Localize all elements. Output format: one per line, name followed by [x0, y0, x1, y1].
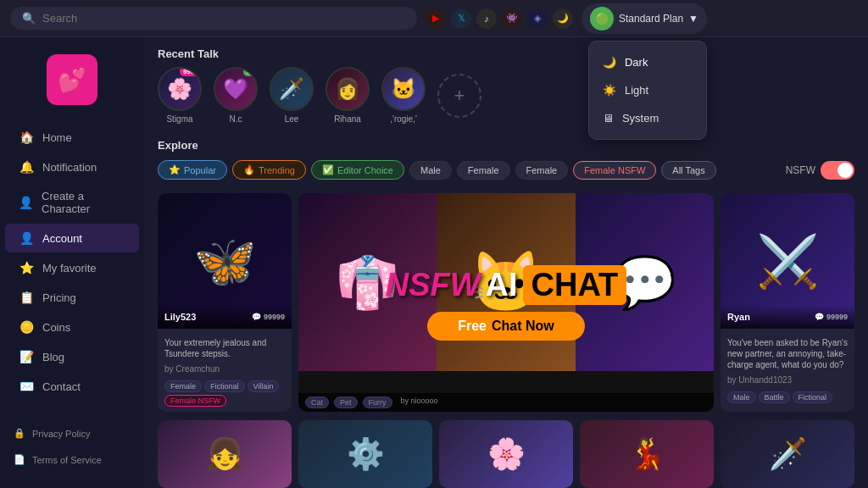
blog-icon: 📝: [19, 350, 34, 363]
header-right: 🟢 Standard Plan ▼ 🌙 Dark ☀️ Light 🖥 Syst…: [581, 3, 707, 34]
plan-chevron-icon: ▼: [688, 13, 698, 25]
avatar-rihana-name: Rihana: [334, 114, 361, 124]
plan-avatar: 🟢: [590, 7, 614, 30]
moon-icon[interactable]: 🌙: [553, 8, 573, 29]
filter-editor[interactable]: ✅ Editor Choice: [311, 160, 404, 180]
nsfw-text: NSFW: [386, 267, 481, 303]
card-lily523-image: 🦋 Lily523 💬 99999: [158, 193, 292, 329]
avatar-lee-img: 🗡️: [270, 67, 314, 111]
popular-label: Popular: [184, 165, 216, 175]
nsfw-toggle-switch[interactable]: [821, 161, 854, 180]
privacy-label: Privacy Policy: [32, 429, 90, 439]
filter-popular[interactable]: ⭐ Popular: [158, 160, 227, 180]
card-lily523-count: 💬 99999: [252, 313, 285, 321]
recent-talk-list: 🌸 999+ Stigma 💜 12 N.c 🗡️ Lee: [144, 67, 868, 132]
card-ryan[interactable]: ⚔️ Ryan 💬 99999 You've been asked to be …: [721, 193, 854, 412]
nsfw-toggle-label: NSFW: [786, 164, 815, 176]
sidebar-item-blog[interactable]: 📝 Blog: [5, 342, 139, 371]
create-icon: 👤: [19, 196, 33, 209]
free-text: Free: [458, 319, 487, 334]
top-header: 🔍 ▶ 𝕏 ♪ 👾 ◈ 🌙 🟢 Standard Plan ▼ 🌙 Dark ☀…: [0, 0, 868, 37]
trending-icon: 🔥: [243, 164, 255, 175]
tiktok-icon[interactable]: ♪: [476, 8, 497, 29]
card-lily523-tags: Female Fictional Villain Female NSFW: [158, 377, 292, 412]
filter-male[interactable]: Male: [409, 161, 452, 180]
filter-female2[interactable]: Female: [515, 161, 569, 180]
filter-female1[interactable]: Female: [457, 161, 510, 180]
theme-light-option[interactable]: ☀️ Light: [589, 76, 706, 104]
avatar-stigma[interactable]: 🌸 999+ Stigma: [158, 67, 202, 124]
avatar-lee[interactable]: 🗡️ Lee: [270, 67, 314, 124]
card-lily523-desc: Your extremely jealous and Tsundere step…: [158, 332, 292, 364]
card-b5[interactable]: 🗡️: [721, 420, 854, 488]
card-lily523[interactable]: 🦋 Lily523 💬 99999 Your extremely jealous…: [158, 193, 292, 412]
filter-trending[interactable]: 🔥 Trending: [232, 160, 306, 180]
card-b3[interactable]: 🌸: [439, 420, 573, 488]
app-logo: 💕: [47, 54, 97, 105]
add-icon: +: [454, 85, 465, 107]
banner-tag-cat: Cat: [305, 396, 329, 408]
discord-icon[interactable]: ◈: [527, 8, 548, 29]
card-b2[interactable]: ⚙️: [298, 420, 432, 488]
toggle-knob: [837, 163, 853, 178]
avatar-rogie-name: ,'rogie,': [390, 114, 417, 124]
free-chat-button[interactable]: Free Chat Now: [427, 312, 585, 341]
sidebar-item-coins[interactable]: 🪙 Coins: [5, 313, 139, 341]
trending-label: Trending: [259, 165, 295, 175]
filter-female-nsfw[interactable]: Female NSFW: [573, 161, 656, 180]
avatar-rihana[interactable]: 👩 Rihana: [326, 67, 370, 124]
create-label: Create a Character: [42, 190, 125, 215]
sidebar-item-create[interactable]: 👤 Create a Character: [5, 182, 139, 223]
avatar-rogie[interactable]: 🐱 ,'rogie,': [381, 67, 426, 124]
filter-all-tags[interactable]: All Tags: [661, 161, 715, 180]
search-bar[interactable]: 🔍: [10, 7, 417, 30]
cards-grid-bottom: 👧 ⚙️ 🌸 💃 🗡️: [144, 419, 868, 488]
sidebar-item-contact[interactable]: ✉️ Contact: [5, 372, 139, 401]
avatar-rogie-img: 🐱: [381, 67, 426, 111]
female-nsfw-label: Female NSFW: [584, 165, 645, 175]
avatar-stigma-name: Stigma: [166, 114, 192, 124]
avatar-lee-name: Lee: [285, 114, 299, 124]
chat-text: CHAT: [523, 265, 627, 305]
logo-area: 💕: [0, 46, 144, 114]
youtube-icon[interactable]: ▶: [426, 8, 446, 29]
sidebar-item-home[interactable]: 🏠 Home: [5, 123, 139, 152]
recent-talk-header: Recent Talk: [144, 37, 868, 67]
system-label: System: [622, 112, 659, 125]
privacy-link[interactable]: 🔒 Privacy Policy: [5, 422, 139, 445]
reddit-icon[interactable]: 👾: [502, 8, 522, 29]
sidebar-item-account[interactable]: 👤 Account: [5, 224, 139, 252]
banner-tag-pet: Pet: [334, 396, 358, 408]
coins-icon: 🪙: [19, 320, 34, 334]
sidebar-nav: 🏠 Home 🔔 Notification 👤 Create a Charact…: [0, 122, 144, 413]
theme-system-option[interactable]: 🖥 System: [589, 104, 706, 132]
search-input[interactable]: [42, 12, 405, 25]
avatar-rihana-img: 👩: [326, 67, 370, 111]
twitter-icon[interactable]: 𝕏: [451, 8, 471, 29]
sidebar-item-favorite[interactable]: ⭐ My favorite: [5, 253, 139, 282]
plan-button[interactable]: 🟢 Standard Plan ▼: [581, 3, 707, 34]
card-b1[interactable]: 👧: [158, 420, 292, 488]
sidebar-item-notification[interactable]: 🔔 Notification: [5, 152, 139, 181]
account-label: Account: [42, 232, 82, 245]
sidebar-footer: 🔒 Privacy Policy 📄 Terms of Service: [0, 413, 144, 480]
terms-link[interactable]: 📄 Terms of Service: [5, 448, 139, 471]
card-lily523-name: Lily523 💬 99999: [164, 312, 285, 322]
tag-female-nsfw: Female NSFW: [164, 395, 226, 407]
female2-label: Female: [526, 165, 558, 175]
add-avatar-button[interactable]: +: [437, 74, 481, 118]
avatar-nc-img: 💜 12: [214, 67, 258, 111]
sidebar-item-pricing[interactable]: 📋 Pricing: [5, 283, 139, 312]
nsfw-toggle-area: NSFW: [786, 161, 854, 180]
nsfw-banner-card[interactable]: 👘 🐱 💬 NSFW AI CHAT Free Chat Now: [298, 193, 714, 412]
card-b4[interactable]: 💃: [580, 420, 714, 488]
female1-label: Female: [468, 165, 499, 175]
theme-dark-option[interactable]: 🌙 Dark: [589, 48, 706, 76]
pricing-label: Pricing: [42, 291, 76, 304]
card-ryan-count: 💬 99999: [815, 313, 848, 321]
card-b2-image: ⚙️: [298, 420, 432, 488]
light-label: Light: [625, 84, 648, 97]
avatar-nc[interactable]: 💜 12 N.c: [214, 67, 258, 124]
card-ryan-overlay: Ryan 💬 99999: [721, 305, 854, 329]
notification-label: Notification: [42, 161, 97, 174]
